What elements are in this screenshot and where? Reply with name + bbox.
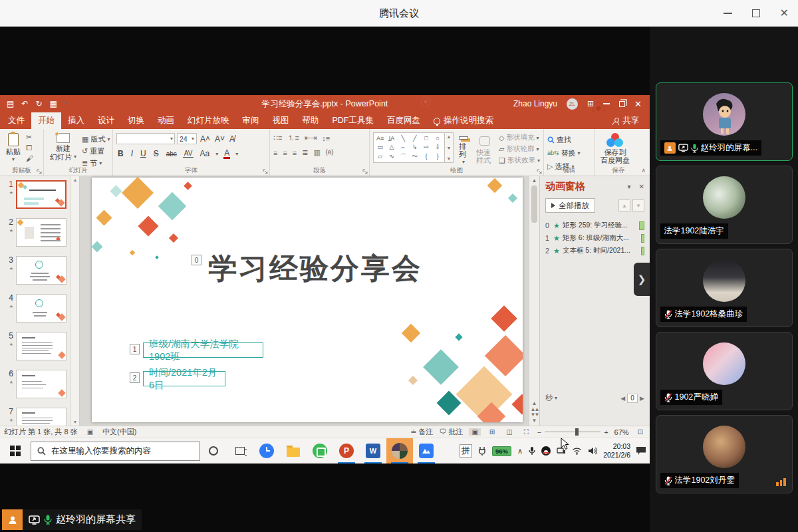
- bold-button[interactable]: B: [116, 149, 125, 158]
- ime-indicator[interactable]: 拼: [460, 444, 472, 458]
- thumbnail-slide-7[interactable]: 7★: [4, 408, 68, 426]
- align-center-icon[interactable]: ≡: [283, 149, 287, 157]
- tab-design[interactable]: 设计: [91, 112, 121, 129]
- dialog-launcher-icon[interactable]: [37, 169, 42, 174]
- thumbnail-slide-6[interactable]: 6★: [4, 370, 68, 398]
- language-status[interactable]: 中文(中国): [102, 427, 136, 437]
- tab-view[interactable]: 视图: [266, 112, 296, 129]
- clock-app-button[interactable]: [253, 438, 280, 464]
- numbering-icon[interactable]: ⒈≡: [287, 133, 299, 143]
- replace-button[interactable]: ab⇆替换▾: [547, 148, 581, 158]
- new-slide-button[interactable]: ★ 新建 幻灯片▾: [47, 132, 79, 166]
- slide-scrollbar[interactable]: ▲ ▲▲▲▼▼▼: [529, 176, 539, 426]
- dialog-launcher-icon[interactable]: [537, 169, 542, 174]
- ribbon-options-icon[interactable]: ⊞: [587, 99, 594, 108]
- tab-home[interactable]: 开始: [31, 112, 61, 129]
- tab-help[interactable]: 帮助: [296, 112, 326, 129]
- arrange-button[interactable]: 排列▾: [456, 132, 471, 166]
- collapse-ribbon-icon[interactable]: ∧: [641, 167, 646, 174]
- start-button[interactable]: [0, 438, 31, 464]
- thumbnail-slide-1[interactable]: 1★: [4, 180, 68, 209]
- thumbnail-scrollbar[interactable]: ▲▼: [70, 176, 79, 426]
- bullets-icon[interactable]: ∷≡: [273, 134, 282, 142]
- slide[interactable]: 0 学习经验分享会 1 班级/湖南大学法学院1902班 2 时间/2021年2月…: [92, 178, 523, 422]
- quick-styles-button[interactable]: 快速样式: [473, 132, 496, 166]
- ppt-minimize-icon[interactable]: [603, 103, 610, 104]
- clock-display[interactable]: 20:032021/2/6: [603, 442, 630, 460]
- char-spacing-button[interactable]: AV: [183, 150, 194, 158]
- tencent-docs-app-button[interactable]: [413, 438, 440, 464]
- paste-button[interactable]: 粘贴▾: [3, 132, 23, 166]
- cut-icon[interactable]: ✂: [26, 134, 33, 141]
- dialog-launcher-icon[interactable]: [263, 169, 268, 174]
- zoom-slider[interactable]: −+: [537, 428, 608, 436]
- share-button[interactable]: 共享: [612, 112, 650, 129]
- strikethrough-button[interactable]: abc: [165, 150, 178, 158]
- thumbnail-slide-4[interactable]: 4★: [4, 294, 68, 323]
- taskbar-search[interactable]: 在这里输入你要搜索的内容: [31, 442, 200, 461]
- participant-tile-presenter[interactable]: 赵玲羽的屏幕...: [656, 82, 793, 161]
- time-fwd-icon[interactable]: ▶: [640, 395, 644, 402]
- underline-button[interactable]: U: [139, 149, 148, 158]
- tab-review[interactable]: 审阅: [236, 112, 266, 129]
- close-icon[interactable]: ✕: [780, 8, 789, 19]
- account-name[interactable]: Zhao Lingyu: [513, 99, 557, 108]
- layout-button[interactable]: ▦版式▾: [82, 134, 110, 144]
- animation-item[interactable]: 0★ 矩形 259: 学习经验...: [545, 221, 644, 230]
- grow-font-icon[interactable]: A˄: [199, 134, 211, 144]
- indent-icons[interactable]: ⇤⇥: [305, 134, 317, 142]
- tab-file[interactable]: 文件: [1, 112, 31, 129]
- notes-button[interactable]: ≐备注: [410, 427, 433, 437]
- cortana-button[interactable]: [200, 438, 227, 464]
- shape-fill-button[interactable]: ◇形状填充▾: [499, 133, 540, 142]
- action-center-icon[interactable]: [636, 447, 646, 455]
- hidden-icons-chevron[interactable]: ∧: [517, 447, 523, 456]
- file-explorer-button[interactable]: [280, 438, 307, 464]
- change-case-button[interactable]: Aa: [198, 149, 211, 158]
- gallery-scroll[interactable]: ▲▼▼: [445, 132, 454, 163]
- align-left-icon[interactable]: ≡: [273, 149, 277, 157]
- fit-to-window-icon[interactable]: ⊡: [635, 428, 646, 436]
- font-size-select[interactable]: 24▾: [177, 133, 197, 144]
- font-color-button[interactable]: A: [223, 148, 231, 159]
- wifi-icon[interactable]: [572, 447, 582, 455]
- dialog-launcher-icon[interactable]: [362, 169, 368, 174]
- move-later-icon[interactable]: ▼: [632, 200, 644, 211]
- tab-animations[interactable]: 动画: [151, 112, 181, 129]
- minimize-icon[interactable]: [724, 13, 732, 14]
- justify-icon[interactable]: ≣: [302, 148, 308, 157]
- comments-button[interactable]: 🗨批注: [439, 427, 463, 437]
- participant-tile[interactable]: 法学1902陆浩宇: [656, 166, 793, 244]
- animation-item[interactable]: 1★ 矩形 6: 班级/湖南大...: [545, 233, 644, 243]
- shrink-font-icon[interactable]: A˅: [213, 134, 226, 144]
- seconds-dropdown[interactable]: 秒▾: [545, 393, 557, 403]
- shapes-gallery[interactable]: A≡I̲A╲╱□○ ▭△⌐↳⇨⇩ ▱∿⌒〜{}: [373, 132, 445, 163]
- time-back-icon[interactable]: ◀: [620, 395, 625, 402]
- qq-icon[interactable]: [541, 446, 551, 456]
- participant-tile[interactable]: 法学1902格桑曲珍: [656, 249, 793, 327]
- messenger-app-button[interactable]: [307, 438, 333, 464]
- participant-tile[interactable]: 法学1902刘丹雯: [656, 415, 793, 493]
- powerpoint-app-button[interactable]: P: [333, 438, 360, 464]
- find-button[interactable]: 查找: [547, 135, 581, 145]
- tell-me-box[interactable]: 操作说明搜索: [427, 112, 500, 129]
- tab-slideshow[interactable]: 幻灯片放映: [181, 112, 236, 129]
- copy-icon[interactable]: ⧠: [26, 144, 33, 152]
- zoom-level[interactable]: 67%: [614, 428, 629, 436]
- play-all-button[interactable]: 全部播放: [545, 198, 595, 213]
- participant-tile[interactable]: 1902严晓婵: [656, 332, 793, 410]
- thumbnail-slide-3[interactable]: 3★: [4, 256, 68, 285]
- account-avatar[interactable]: ZL: [567, 98, 578, 110]
- reading-view-icon[interactable]: ◫: [503, 428, 515, 436]
- reset-button[interactable]: ↺重置: [82, 146, 110, 156]
- animation-item[interactable]: 2★ 文本框 5: 时间/2021...: [545, 246, 644, 255]
- text-direction-icon[interactable]: ⒜: [326, 148, 333, 158]
- save-to-baidu-button[interactable]: 保存到 百度网盘: [598, 132, 632, 166]
- tab-pdf-tools[interactable]: PDF工具集: [326, 112, 381, 129]
- pane-close-icon[interactable]: ✕: [639, 183, 644, 190]
- line-spacing-icon[interactable]: ↕≡: [322, 134, 330, 142]
- maximize-icon[interactable]: [752, 9, 760, 17]
- task-view-button[interactable]: [227, 438, 253, 464]
- shape-outline-button[interactable]: ▱形状轮廓▾: [499, 144, 540, 154]
- italic-button[interactable]: I: [130, 149, 134, 158]
